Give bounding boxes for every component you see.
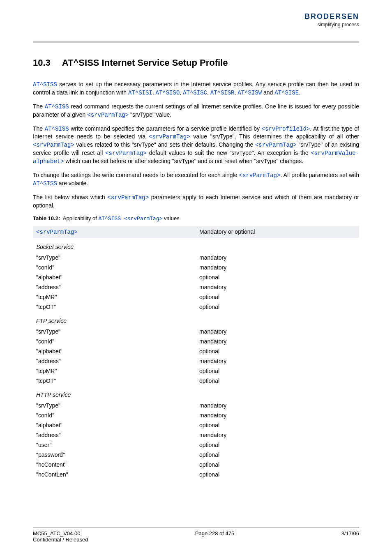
param-tag-cell: "address": [33, 430, 196, 440]
table-row: "tcpMR"optional: [33, 366, 359, 376]
param-tag-cell: "srvType": [33, 401, 196, 410]
section-number: 10.3: [33, 58, 51, 68]
table-row: "conId"mandatory: [33, 263, 359, 272]
footer-date: 3/17/06: [341, 530, 359, 543]
table-row: "hcContLen"optional: [33, 470, 359, 479]
param-req-cell: mandatory: [196, 253, 359, 263]
paragraph-5: The list below shows which <srvParmTag> …: [33, 193, 359, 210]
param-srvparmtag: <srvParmTag>: [239, 172, 281, 179]
param-req-cell: optional: [196, 366, 359, 376]
table-section-title: HTTP service: [33, 386, 359, 401]
footer-left: MC55_ATC_V04.00 Confidential / Released: [33, 530, 88, 543]
param-req-cell: optional: [196, 292, 359, 302]
param-tag-cell: "conId": [33, 410, 196, 420]
param-tag-cell: "conId": [33, 263, 196, 272]
brand-logo: BRODERSEN simplifying process: [304, 12, 359, 28]
table-row: "alphabet"optional: [33, 272, 359, 282]
param-tag-cell: "user": [33, 440, 196, 450]
param-srvparmtag: <srvParmTag>: [87, 112, 129, 118]
param-req-cell: mandatory: [196, 282, 359, 292]
table-section-title: Socket service: [33, 238, 359, 253]
cmd-at-siss: AT^SISS: [33, 81, 57, 88]
table-header-row: <srvParmTag> Mandatory or optional: [33, 226, 359, 238]
param-req-cell: optional: [196, 420, 359, 430]
paragraph-4: To change the settings the write command…: [33, 171, 359, 188]
cmd-at-sisr: AT^SISR: [210, 90, 235, 96]
param-tag-cell: "conId": [33, 336, 196, 346]
table-row: "address"mandatory: [33, 356, 359, 366]
param-tag-cell: "tcpOT": [33, 376, 196, 386]
table-row: "user"optional: [33, 440, 359, 450]
param-srvprofileid: <srvProfileId>: [262, 126, 310, 132]
cmd-at-sisi: AT^SISI: [128, 90, 152, 96]
footer-confidential: Confidential / Released: [33, 537, 88, 543]
table-caption: Table 10.2: Applicability of AT^SISS <sr…: [33, 215, 359, 222]
param-req-cell: mandatory: [196, 410, 359, 420]
table-row: "alphabet"optional: [33, 346, 359, 356]
table-row: "address"mandatory: [33, 430, 359, 440]
param-tag-cell: "alphabet": [33, 272, 196, 282]
cmd-at-sisc: AT^SISC: [183, 90, 207, 96]
param-tag-cell: "password": [33, 450, 196, 460]
param-srvparmtag: <srvParmTag>: [149, 134, 190, 140]
paragraph-3: The AT^SISS write command specifies the …: [33, 125, 359, 166]
table-row: "conId"mandatory: [33, 410, 359, 420]
table-row: "tcpMR"optional: [33, 292, 359, 302]
paragraph-1: AT^SISS serves to set up the necessary p…: [33, 81, 359, 97]
param-tag-cell: "alphabet": [33, 346, 196, 356]
param-req-cell: optional: [196, 450, 359, 460]
table-row: "hcContent"optional: [33, 460, 359, 470]
cmd-at-sise: AT^SISE: [274, 90, 299, 96]
table-row: "srvType"mandatory: [33, 401, 359, 410]
table-label: Table 10.2:: [33, 215, 60, 221]
col-header-req: Mandatory or optional: [196, 226, 359, 238]
cmd-at-sisw: AT^SISW: [238, 90, 262, 96]
param-tag-cell: "hcContLen": [33, 470, 196, 479]
table-row: "srvType"mandatory: [33, 327, 359, 336]
header-divider: [33, 41, 359, 43]
table-row: "tcpOT"optional: [33, 376, 359, 386]
param-tag-cell: "srvType": [33, 253, 196, 263]
param-req-cell: optional: [196, 470, 359, 479]
param-req-cell: optional: [196, 376, 359, 386]
table-row: "srvType"mandatory: [33, 253, 359, 263]
param-req-cell: mandatory: [196, 356, 359, 366]
paragraph-2: The AT^SISS read command requests the cu…: [33, 103, 359, 119]
table-section-title: FTP service: [33, 312, 359, 327]
param-srvparmtag: <srvParmTag>: [105, 150, 147, 157]
cmd-at-siss: AT^SISS: [33, 180, 57, 187]
params-table: <srvParmTag> Mandatory or optional Socke…: [33, 226, 359, 479]
param-tag-cell: "srvType": [33, 327, 196, 336]
param-req-cell: optional: [196, 302, 359, 312]
param-tag-cell: "tcpMR": [33, 366, 196, 376]
param-tag-cell: "address": [33, 282, 196, 292]
cmd-at-siso: AT^SISO: [156, 90, 180, 96]
page-container: BRODERSEN simplifying process 10.3AT^SIS…: [0, 0, 392, 555]
table-row: "alphabet"optional: [33, 420, 359, 430]
param-tag-cell: "tcpOT": [33, 302, 196, 312]
brand-name: BRODERSEN: [304, 12, 359, 21]
table-row: "conId"mandatory: [33, 336, 359, 346]
param-req-cell: optional: [196, 460, 359, 470]
col-header-tag: <srvParmTag>: [33, 226, 196, 238]
param-srvparmtag: <srvParmTag>: [33, 142, 74, 148]
param-req-cell: mandatory: [196, 336, 359, 346]
param-req-cell: mandatory: [196, 327, 359, 336]
table-section-row: FTP service: [33, 312, 359, 327]
param-req-cell: optional: [196, 272, 359, 282]
param-req-cell: mandatory: [196, 430, 359, 440]
param-srvparmtag: <srvParmTag>: [255, 142, 297, 148]
table-row: "tcpOT"optional: [33, 302, 359, 312]
param-tag-cell: "alphabet": [33, 420, 196, 430]
param-req-cell: mandatory: [196, 263, 359, 272]
param-tag-cell: "hcContent": [33, 460, 196, 470]
param-req-cell: optional: [196, 440, 359, 450]
footer-doc-id: MC55_ATC_V04.00: [33, 530, 88, 537]
param-req-cell: optional: [196, 346, 359, 356]
param-srvparmtag: <srvParmTag>: [107, 194, 149, 201]
section-title-text: AT^SISS Internet Service Setup Profile: [62, 58, 228, 68]
brand-tagline: simplifying process: [304, 22, 359, 28]
param-req-cell: mandatory: [196, 401, 359, 410]
table-section-row: Socket service: [33, 238, 359, 253]
footer-page: Page 228 of 475: [195, 530, 234, 543]
